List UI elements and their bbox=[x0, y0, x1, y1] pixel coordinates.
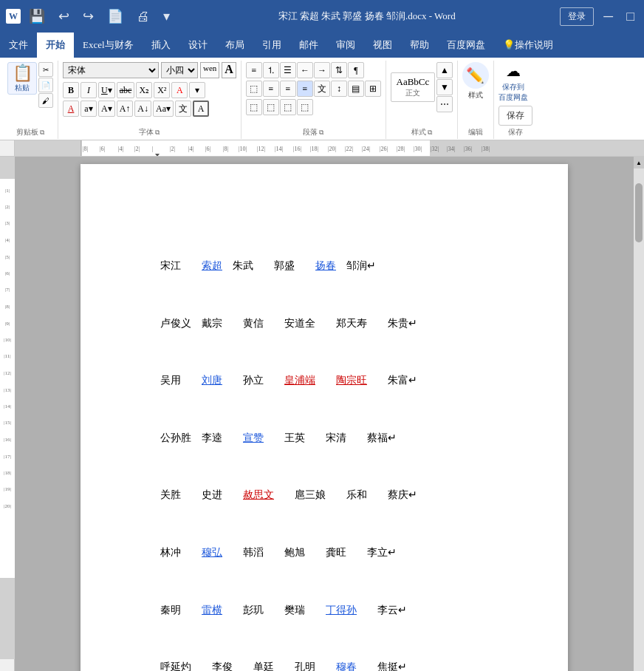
superscript-button[interactable]: X² bbox=[154, 82, 170, 98]
para-extra1-btn[interactable]: ⬚ bbox=[246, 99, 262, 115]
doc-line-1[interactable]: 宋江 索超 朱武 郭盛 扬春 邹润↵ bbox=[140, 238, 509, 294]
font-selector-row: 宋体 小四 wen A bbox=[63, 62, 236, 78]
scroll-thumb[interactable] bbox=[635, 183, 643, 242]
menu-view[interactable]: 视图 bbox=[364, 33, 401, 58]
doc-line-2[interactable]: 卢俊义 戴宗 黄信 安道全 郑天寿 朱贵↵ bbox=[140, 296, 509, 352]
outline-list-btn[interactable]: ☰ bbox=[280, 62, 296, 78]
minimize-btn[interactable]: ─ bbox=[600, 7, 617, 26]
clear-format-button[interactable]: A bbox=[171, 82, 188, 98]
svg-text:|18|: |18| bbox=[4, 470, 11, 476]
clipboard-expand-icon[interactable]: ⧉ bbox=[40, 129, 44, 137]
more-tools-btn[interactable]: ▾ bbox=[160, 7, 174, 26]
styles-more-btn[interactable]: ⋯ bbox=[436, 96, 453, 112]
scroll-up-btn[interactable]: ▲ bbox=[634, 157, 644, 168]
doc-line-3[interactable]: 吴用 刘唐 孙立 皇浦端 陶宗旺 朱富↵ bbox=[140, 352, 509, 409]
numbered-list-btn[interactable]: ⒈ bbox=[263, 62, 279, 78]
save-quick-btn[interactable]: 💾 bbox=[25, 7, 49, 26]
menu-mail[interactable]: 邮件 bbox=[290, 33, 327, 58]
strikethrough-button[interactable]: abc bbox=[117, 82, 135, 98]
paragraph-expand-icon[interactable]: ⧉ bbox=[319, 129, 323, 137]
ribbon: 📋 粘贴 ✂ 📄 🖌 剪贴板 ⧉ 宋体 bbox=[0, 58, 644, 140]
cut-button[interactable]: ✂ bbox=[38, 62, 53, 77]
doc-line-5[interactable]: 关胜 史进 赦思文 扈三娘 乐和 蔡庆↵ bbox=[140, 467, 509, 523]
font-size-increase-btn[interactable]: wen bbox=[200, 62, 219, 78]
increase-indent-btn[interactable]: → bbox=[314, 62, 330, 78]
svg-rect-4 bbox=[81, 140, 430, 157]
doc-scroll-area[interactable]: 宋江 索超 朱武 郭盛 扬春 邹润↵ 卢俊义 戴宗 黄信 安道全 郑天寿 朱贵↵… bbox=[15, 157, 634, 671]
font-expand-icon[interactable]: ⧉ bbox=[155, 129, 160, 137]
menu-file[interactable]: 文件 bbox=[0, 33, 37, 58]
bold-button[interactable]: B bbox=[63, 82, 79, 98]
menu-layout[interactable]: 布局 bbox=[216, 33, 253, 58]
redo-btn[interactable]: ↪ bbox=[79, 7, 97, 26]
font-color-button[interactable]: A bbox=[63, 101, 79, 117]
justify-btn[interactable]: ≡ bbox=[297, 81, 313, 97]
text-李云: 李云↵ bbox=[357, 604, 407, 616]
align-left-btn[interactable]: ⬚ bbox=[246, 81, 262, 97]
decrease-indent-btn[interactable]: ← bbox=[297, 62, 313, 78]
print-btn[interactable]: 🖨 bbox=[133, 7, 154, 26]
menu-review[interactable]: 审阅 bbox=[327, 33, 364, 58]
paragraph-group: ≡ ⒈ ☰ ← → ⇅ ¶ ⬚ ≡ ≡ ≡ 文 ↕ ▤ ⊞ bbox=[242, 61, 386, 139]
decrease-font-btn[interactable]: A↓ bbox=[134, 101, 151, 117]
clipboard-group-content: 📋 粘贴 ✂ 📄 🖌 bbox=[7, 62, 53, 126]
menu-excel[interactable]: Excel与财务 bbox=[74, 33, 143, 58]
font-color-row: A a▾ A▾ A↑ A↓ Aa▾ 文 A bbox=[63, 101, 209, 117]
sort-btn[interactable]: ⇅ bbox=[331, 62, 347, 78]
bullet-list-btn[interactable]: ≡ bbox=[246, 62, 262, 78]
doc-line-6[interactable]: 林冲 穆弘 韩滔 鲍旭 龚旺 李立↵ bbox=[140, 525, 509, 581]
title-bar-right: 登录 ─ □ bbox=[560, 7, 638, 26]
styles-scroll-down-btn[interactable]: ▼ bbox=[436, 79, 453, 95]
menu-home[interactable]: 开始 bbox=[37, 33, 74, 58]
subscript-button[interactable]: X₂ bbox=[136, 82, 152, 98]
doc-line-8[interactable]: 呼延灼 李俊 单廷 孔明 穆春 焦挺↵ bbox=[140, 639, 509, 671]
menu-baidu[interactable]: 百度网盘 bbox=[438, 33, 494, 58]
vertical-scrollbar[interactable]: ▲ ▼ bbox=[634, 157, 644, 671]
undo-btn[interactable]: ↩ bbox=[55, 7, 73, 26]
underline-button[interactable]: U ▾ bbox=[98, 82, 115, 98]
phonetic-btn[interactable]: 文 bbox=[175, 101, 191, 117]
para-extra3-btn[interactable]: ⬚ bbox=[280, 99, 296, 115]
login-button[interactable]: 登录 bbox=[560, 7, 594, 26]
align-center-btn[interactable]: ≡ bbox=[263, 81, 279, 97]
menu-references[interactable]: 引用 bbox=[253, 33, 290, 58]
italic-button[interactable]: I bbox=[80, 82, 97, 98]
font-format-row: B I U ▾ abc X₂ X² A ▾ bbox=[63, 82, 205, 98]
para-extra2-btn[interactable]: ⬚ bbox=[263, 99, 279, 115]
save-button[interactable]: 保存 bbox=[499, 106, 532, 126]
maximize-btn[interactable]: □ bbox=[623, 7, 638, 26]
styles-expand-icon[interactable]: ⧉ bbox=[428, 129, 432, 137]
style-normal[interactable]: AaBbCc 正文 bbox=[391, 72, 435, 102]
menu-insert[interactable]: 插入 bbox=[143, 33, 179, 58]
font-name-select[interactable]: 宋体 bbox=[63, 62, 159, 78]
styles-scroll-up-btn[interactable]: ▲ bbox=[436, 62, 453, 78]
font-size-large-btn[interactable]: A bbox=[222, 62, 236, 78]
font-color-btn2[interactable]: A▾ bbox=[98, 101, 115, 117]
uppercase-btn[interactable]: Aa▾ bbox=[153, 101, 174, 117]
doc-line-7[interactable]: 秦明 雷横 彭玑 樊瑞 丁得孙 李云↵ bbox=[140, 582, 509, 638]
doc-line-4[interactable]: 公孙胜 李逵 宣赞 王英 宋清 蔡福↵ bbox=[140, 410, 509, 466]
format-painter-button[interactable]: 🖌 bbox=[38, 93, 53, 108]
chinese-layout-btn[interactable]: 文 bbox=[314, 81, 330, 97]
svg-text:|4|: |4| bbox=[118, 146, 123, 152]
line-spacing-btn[interactable]: ↕ bbox=[331, 81, 347, 97]
copy-button[interactable]: 📄 bbox=[38, 78, 53, 92]
para-extra4-btn[interactable]: ⬚ bbox=[297, 99, 313, 115]
highlight-button[interactable]: a▾ bbox=[80, 101, 97, 117]
menu-design[interactable]: 设计 bbox=[179, 33, 216, 58]
show-marks-btn[interactable]: ¶ bbox=[348, 62, 364, 78]
increase-font-btn[interactable]: A↑ bbox=[117, 101, 134, 117]
paste-button[interactable]: 📋 粘贴 bbox=[7, 62, 37, 95]
font-size-select[interactable]: 小四 bbox=[161, 62, 198, 78]
align-right-btn[interactable]: ≡ bbox=[280, 81, 296, 97]
svg-text:|16|: |16| bbox=[293, 146, 301, 152]
border-char-btn[interactable]: A bbox=[193, 101, 209, 117]
edit-button[interactable]: ✏️ 样式 bbox=[462, 62, 489, 101]
menu-operation[interactable]: 💡 操作说明 bbox=[494, 33, 562, 58]
menu-help[interactable]: 帮助 bbox=[401, 33, 438, 58]
new-doc-btn[interactable]: 📄 bbox=[103, 7, 127, 26]
font-color-dropdown[interactable]: ▾ bbox=[189, 82, 205, 98]
shading-btn[interactable]: ▤ bbox=[348, 81, 364, 97]
doc-page[interactable]: 宋江 索超 朱武 郭盛 扬春 邹润↵ 卢俊义 戴宗 黄信 安道全 郑天寿 朱贵↵… bbox=[80, 164, 568, 671]
border-btn[interactable]: ⊞ bbox=[365, 81, 381, 97]
